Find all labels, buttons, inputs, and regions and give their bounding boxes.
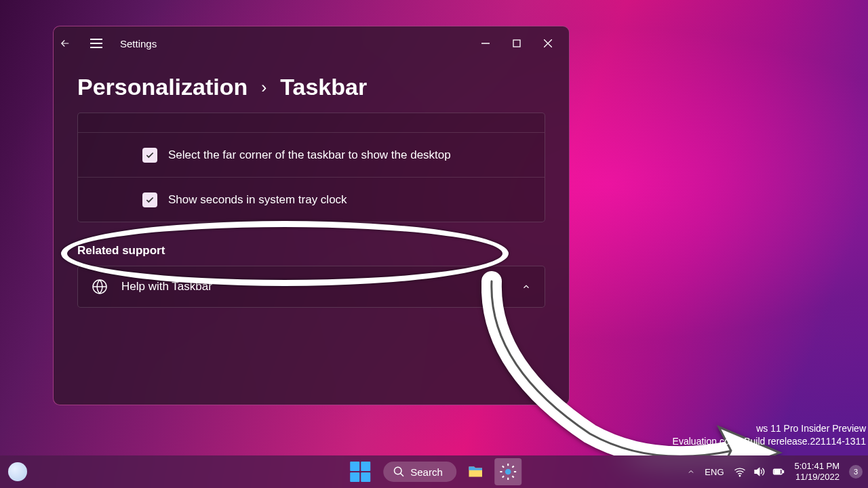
search-label: Search xyxy=(410,466,443,478)
taskbar: Search ENG 5:01:41 PM 11/19/2022 3 xyxy=(0,455,868,488)
svg-rect-1 xyxy=(513,40,520,47)
watermark-line1: ws 11 Pro Insider Preview xyxy=(673,422,866,436)
watermark-line2: Evaluation copy. Build rerelease.221114-… xyxy=(673,435,866,449)
wifi-icon xyxy=(734,466,746,478)
setting-label: Show seconds in system tray clock xyxy=(168,192,347,208)
language-indicator[interactable]: ENG xyxy=(705,467,724,477)
breadcrumb-parent[interactable]: Personalization xyxy=(77,74,248,100)
setting-row-far-corner[interactable]: Select the far corner of the taskbar to … xyxy=(78,132,545,177)
battery-icon xyxy=(772,466,785,478)
maximize-button[interactable] xyxy=(501,33,532,54)
notification-count: 3 xyxy=(854,468,858,476)
settings-app-icon[interactable] xyxy=(494,458,521,485)
svg-line-7 xyxy=(400,473,403,476)
checkbox-show-seconds[interactable] xyxy=(142,192,157,207)
system-clock[interactable]: 5:01:41 PM 11/19/2022 xyxy=(795,461,840,482)
svg-point-6 xyxy=(394,467,401,474)
help-with-taskbar-row[interactable]: Help with Taskbar xyxy=(77,266,545,308)
app-title: Settings xyxy=(120,38,157,49)
search-button[interactable]: Search xyxy=(383,462,456,482)
clock-date: 11/19/2022 xyxy=(795,472,840,483)
hamburger-menu-icon[interactable] xyxy=(86,39,106,48)
svg-rect-11 xyxy=(783,471,784,473)
breadcrumb-separator: › xyxy=(261,78,267,97)
search-icon xyxy=(393,466,405,478)
svg-rect-12 xyxy=(774,470,780,474)
widgets-button[interactable] xyxy=(8,462,27,481)
taskbar-behaviors-group: Select the far corner of the taskbar to … xyxy=(77,113,545,222)
breadcrumb-current: Taskbar xyxy=(280,74,367,100)
setting-row-show-seconds[interactable]: Show seconds in system tray clock xyxy=(78,177,545,222)
setting-row-partial xyxy=(78,113,545,132)
volume-icon xyxy=(753,466,765,478)
chevron-up-icon xyxy=(521,282,531,291)
related-support-header: Related support xyxy=(54,222,569,266)
close-button[interactable] xyxy=(532,33,564,54)
minimize-button[interactable] xyxy=(470,33,501,54)
svg-point-9 xyxy=(739,475,741,476)
back-button[interactable] xyxy=(59,37,86,49)
svg-point-8 xyxy=(506,470,511,474)
start-button[interactable] xyxy=(347,458,374,485)
windows-watermark: ws 11 Pro Insider Preview Evaluation cop… xyxy=(673,422,866,449)
notification-badge[interactable]: 3 xyxy=(849,465,863,479)
titlebar: Settings xyxy=(54,26,569,60)
globe-icon xyxy=(92,279,108,295)
system-tray[interactable] xyxy=(734,466,785,478)
breadcrumb: Personalization › Taskbar xyxy=(54,60,569,113)
setting-label: Select the far corner of the taskbar to … xyxy=(168,147,451,163)
file-explorer-icon[interactable] xyxy=(462,458,489,485)
tray-overflow-button[interactable] xyxy=(687,468,695,476)
help-label: Help with Taskbar xyxy=(121,280,508,293)
clock-time: 5:01:41 PM xyxy=(795,461,840,472)
checkbox-far-corner[interactable] xyxy=(142,148,157,163)
settings-window: Settings Personalization › Taskbar Selec… xyxy=(53,26,570,405)
